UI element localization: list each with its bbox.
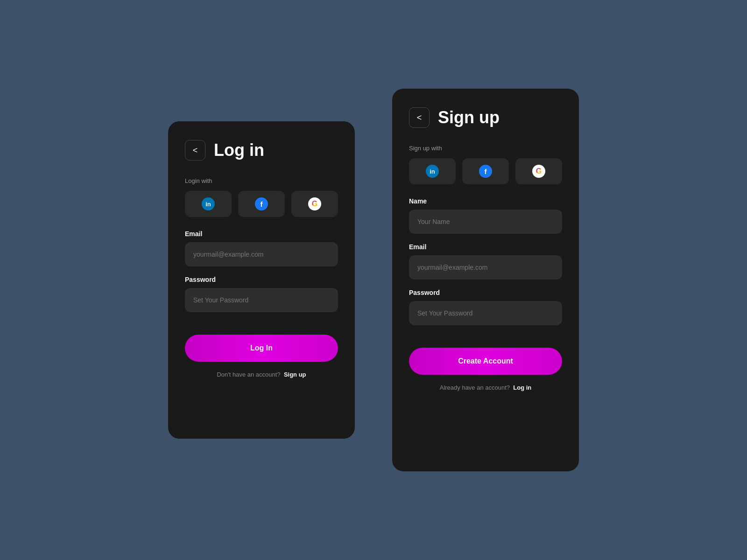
login-social-label: Login with — [185, 177, 338, 184]
facebook-icon: f — [479, 165, 492, 178]
signup-back-button[interactable]: < — [409, 107, 430, 128]
login-social-buttons: in f G — [185, 191, 338, 217]
facebook-icon: f — [255, 197, 268, 210]
login-linkedin-button[interactable]: in — [185, 191, 232, 217]
login-password-label: Password — [185, 276, 338, 283]
signup-name-group: Name — [409, 197, 562, 234]
signup-facebook-button[interactable]: f — [462, 158, 509, 184]
back-icon: < — [193, 146, 198, 155]
signup-name-label: Name — [409, 197, 562, 205]
login-submit-button[interactable]: Log In — [185, 335, 338, 362]
signup-name-input[interactable] — [409, 210, 562, 234]
login-facebook-button[interactable]: f — [238, 191, 285, 217]
signup-password-group: Password — [409, 289, 562, 325]
signup-email-label: Email — [409, 243, 562, 251]
signup-email-input[interactable] — [409, 255, 562, 280]
login-email-label: Email — [185, 230, 338, 238]
login-email-input[interactable] — [185, 242, 338, 266]
login-title: Log in — [214, 140, 264, 160]
signup-password-label: Password — [409, 289, 562, 296]
signup-social-buttons: in f G — [409, 158, 562, 184]
login-password-input[interactable] — [185, 288, 338, 312]
google-icon: G — [532, 165, 545, 178]
login-signup-link[interactable]: Sign up — [284, 371, 306, 378]
google-icon: G — [308, 197, 321, 210]
login-footer-text: Don't have an account? — [217, 371, 280, 378]
signup-linkedin-button[interactable]: in — [409, 158, 456, 184]
linkedin-icon: in — [426, 165, 439, 178]
signup-email-group: Email — [409, 243, 562, 280]
back-icon: < — [417, 113, 422, 123]
linkedin-icon: in — [202, 197, 215, 210]
signup-social-label: Sign up with — [409, 145, 562, 152]
signup-title: Sign up — [438, 108, 500, 127]
login-footer: Don't have an account? Sign up — [185, 371, 338, 378]
signup-login-link[interactable]: Log in — [513, 384, 531, 391]
login-back-button[interactable]: < — [185, 140, 205, 161]
signup-submit-button[interactable]: Create Account — [409, 348, 562, 375]
signup-header: < Sign up — [409, 107, 562, 128]
login-email-group: Email — [185, 230, 338, 266]
login-google-button[interactable]: G — [291, 191, 338, 217]
signup-footer-text: Already have an account? — [440, 384, 510, 391]
login-password-group: Password — [185, 276, 338, 312]
signup-card: < Sign up Sign up with in f G Name Email… — [392, 89, 579, 471]
signup-google-button[interactable]: G — [515, 158, 562, 184]
signup-footer: Already have an account? Log in — [409, 384, 562, 391]
signup-password-input[interactable] — [409, 301, 562, 325]
login-header: < Log in — [185, 140, 338, 161]
login-card: < Log in Login with in f G Email Passwor… — [168, 121, 355, 439]
